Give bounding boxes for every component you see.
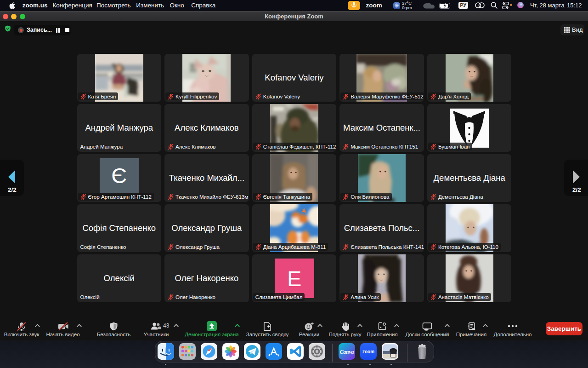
- svg-text:zoom: zoom: [362, 349, 374, 354]
- svg-text:Canva: Canva: [340, 349, 354, 354]
